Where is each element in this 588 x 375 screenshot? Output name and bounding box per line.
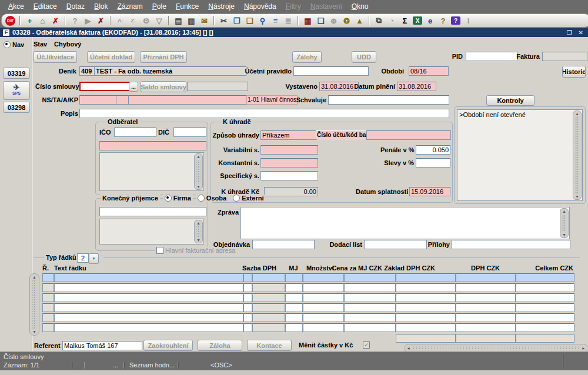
commit-icon[interactable]: ⌂ — [36, 15, 49, 26]
odberatel-scrollbar[interactable] — [194, 153, 203, 190]
kontroly-scrollbar[interactable] — [573, 111, 582, 200]
table-cell[interactable] — [54, 273, 243, 282]
dodaci-list-input[interactable] — [364, 240, 427, 249]
saldo-smlouvy-button[interactable]: Saldo smlouvy — [141, 81, 186, 92]
paste-icon[interactable]: ❏ — [243, 15, 256, 26]
kontroly-button[interactable]: Kontroly — [486, 95, 534, 106]
table-cell[interactable] — [285, 273, 303, 282]
window-title-bar[interactable]: F 03328 - Odběratelská faktura (EKODFAD)… — [0, 28, 588, 37]
print-setup-icon[interactable]: ▥ — [185, 15, 198, 26]
table-cell[interactable] — [285, 313, 303, 322]
wrench-icon[interactable]: ⚙ — [140, 15, 152, 26]
cislo-uctu-input[interactable] — [366, 130, 451, 140]
wheel-icon[interactable]: ❂ — [340, 15, 353, 26]
table-cell[interactable] — [303, 273, 344, 282]
zpusob-uhrady-input[interactable]: Příkazem — [260, 130, 317, 140]
ta-input[interactable] — [116, 95, 129, 105]
odberatel-nazev-input[interactable] — [99, 141, 206, 150]
menu-akce[interactable]: Akce — [4, 1, 29, 12]
konstantni-input[interactable] — [260, 158, 318, 168]
sidebar-button-03298[interactable]: 03298 — [3, 102, 30, 113]
excel-icon[interactable]: X — [413, 16, 422, 25]
table-cell[interactable] — [303, 313, 344, 322]
table-cell[interactable] — [344, 283, 396, 292]
sidebar-button-03319[interactable]: 03319 — [3, 68, 30, 79]
kontace-button[interactable]: Kontace — [247, 340, 292, 351]
table-cell[interactable] — [456, 273, 516, 282]
delete-record-icon[interactable]: ✗ — [49, 15, 62, 26]
hlavni-adresa-checkbox[interactable] — [156, 247, 163, 254]
obdobi-input[interactable]: 08/16 — [409, 66, 449, 76]
execute-query-icon[interactable]: ▶ — [82, 15, 94, 26]
historie-button[interactable]: Historie — [562, 66, 586, 78]
externi-radio-icon[interactable] — [233, 195, 240, 202]
cut-icon[interactable]: ✂ — [218, 15, 230, 26]
referent-input[interactable]: Malkus Tomáš 167 — [62, 341, 142, 350]
vystaveno-input[interactable]: 31.08.2016 — [319, 82, 359, 91]
table-cell[interactable] — [344, 323, 396, 332]
ico-input[interactable] — [114, 128, 156, 137]
prijemce-scrollbar[interactable] — [194, 220, 203, 243]
table-cell[interactable] — [396, 283, 456, 292]
ucetni-pravidlo-input[interactable] — [293, 66, 369, 76]
osoba-radio-icon[interactable] — [198, 195, 205, 202]
filter-icon[interactable]: ▽ — [153, 15, 165, 26]
globe-icon[interactable]: ⊕ — [328, 15, 340, 26]
pid-input[interactable] — [466, 52, 517, 61]
insert-record-icon[interactable]: + — [24, 15, 36, 26]
dic-input[interactable] — [173, 128, 206, 137]
specificky-input[interactable] — [260, 171, 318, 180]
cancel-query-icon[interactable]: ✗ — [95, 15, 107, 26]
table-cell[interactable] — [344, 293, 396, 302]
zaokrouhleni-button[interactable]: Zaokrouhlení — [143, 340, 193, 351]
table-cell[interactable] — [456, 293, 516, 302]
typ-radku-dropdown[interactable]: 2 — [77, 253, 99, 264]
sigma-icon[interactable]: Σ — [399, 15, 411, 26]
edit-list-icon[interactable]: ≣ — [282, 15, 295, 26]
find-icon[interactable]: ⚲ — [256, 15, 269, 26]
help-icon[interactable]: ? — [437, 15, 449, 26]
schvaluje-input[interactable] — [328, 95, 449, 105]
table-cell[interactable] — [303, 323, 344, 332]
table-cell[interactable] — [344, 313, 396, 322]
scrollbar-thumb[interactable] — [196, 226, 201, 237]
list-values-icon[interactable]: ≡ — [269, 15, 282, 26]
context-help-icon[interactable]: ? — [451, 16, 460, 25]
table-cell[interactable] — [243, 303, 252, 312]
table-cell[interactable] — [243, 273, 252, 282]
table-cell[interactable] — [456, 323, 516, 332]
menu-blok[interactable]: Blok — [89, 1, 112, 12]
restore-window-icon[interactable]: ❐ — [565, 29, 574, 36]
variabilni-input[interactable] — [260, 145, 318, 155]
table-cell[interactable] — [516, 303, 574, 312]
print-icon[interactable]: ▤ — [172, 15, 185, 26]
menu-pole[interactable]: Pole — [148, 1, 171, 12]
zalohy-button[interactable]: Zálohy — [292, 51, 322, 63]
table-cell[interactable] — [516, 293, 574, 302]
menu-funkce[interactable]: Funkce — [171, 1, 203, 12]
radio-externi[interactable]: Externí — [231, 195, 265, 202]
cislo-smlouvy-input[interactable] — [79, 82, 131, 91]
zprava-textarea[interactable] — [240, 207, 570, 239]
scroll-down-icon[interactable] — [575, 195, 579, 199]
table-cell[interactable] — [285, 303, 303, 312]
table-cell[interactable] — [243, 313, 252, 322]
table-cell[interactable] — [396, 273, 456, 282]
menu-dotaz[interactable]: Dotaz — [62, 1, 89, 12]
ns-input[interactable] — [79, 95, 117, 105]
penale-input[interactable]: 0.050 — [416, 145, 450, 155]
scroll-up-icon[interactable] — [575, 112, 579, 116]
table-cell[interactable] — [303, 293, 344, 302]
radio-osoba[interactable]: Osoba — [196, 195, 228, 202]
copy-icon[interactable]: ❐ — [230, 15, 243, 26]
datum-plneni-input[interactable]: 31.08.2016 — [397, 82, 436, 91]
scroll-up-icon[interactable] — [196, 221, 201, 225]
browser-icon[interactable]: e — [424, 15, 436, 26]
radio-firma[interactable]: Firma — [163, 195, 193, 202]
scrollbar-thumb[interactable] — [196, 160, 201, 183]
table-cell[interactable] — [516, 283, 574, 292]
table-cell[interactable] — [54, 313, 243, 322]
table-cell[interactable] — [243, 283, 252, 292]
menu-editace[interactable]: Editace — [29, 1, 62, 12]
enter-query-icon[interactable]: ? — [69, 15, 81, 26]
